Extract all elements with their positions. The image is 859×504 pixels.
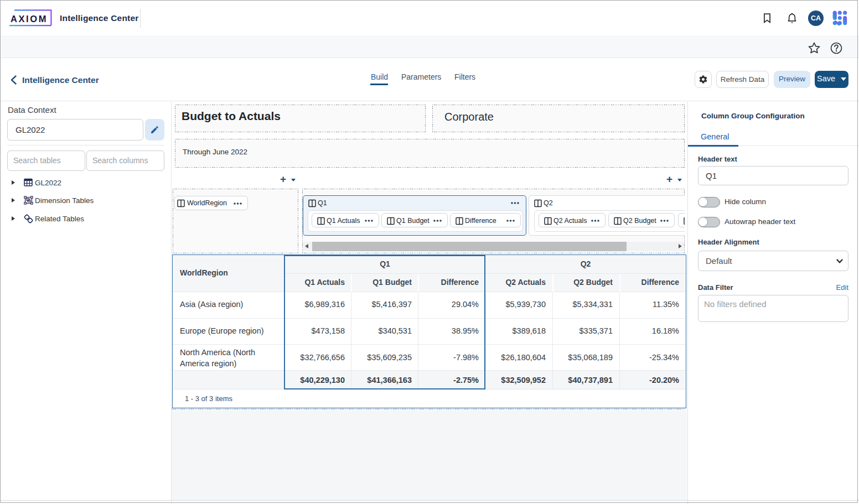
- svg-text:AXIOM: AXIOM: [11, 14, 48, 24]
